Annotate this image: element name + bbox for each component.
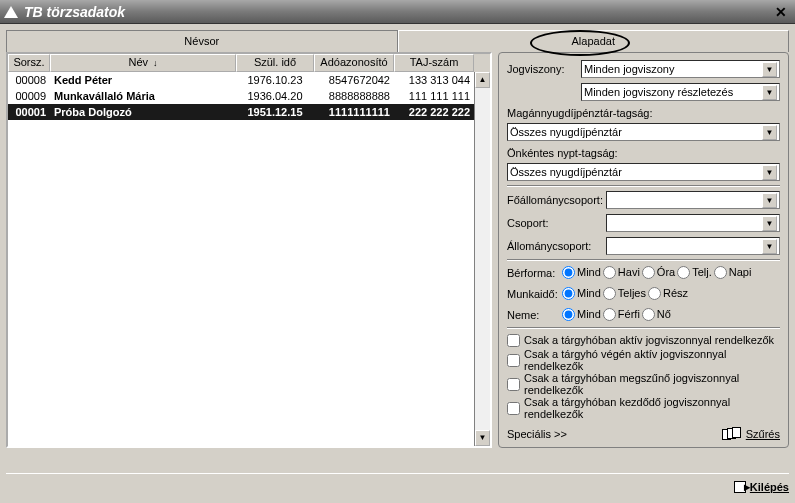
berforma-option-havi[interactable]: Havi [603, 266, 640, 279]
allomany-combo[interactable]: ▼ [606, 237, 780, 255]
berforma-option-napi[interactable]: Napi [714, 266, 752, 279]
scroll-down-icon[interactable]: ▼ [475, 430, 490, 446]
cell-taj: 222 222 222 [394, 106, 474, 118]
cell-nev: Kedd Péter [50, 74, 236, 86]
filter-check-1[interactable]: Csak a tárgyhó végén aktív jogviszonnyal… [507, 348, 780, 372]
scroll-up-icon[interactable]: ▲ [475, 72, 490, 88]
neme-option-nő[interactable]: Nő [642, 308, 671, 321]
tab-alapadat[interactable]: Alapadat [398, 30, 790, 52]
exit-icon [734, 481, 746, 493]
table-header: Sorsz. Név ↓ Szül. idő Adóazonosító TAJ-… [8, 54, 490, 72]
cell-ado: 8547672042 [314, 74, 394, 86]
window-title: TB törzsadatok [24, 4, 125, 20]
onkentes-combo[interactable]: Összes nyugdíjpénztár ▼ [507, 163, 780, 181]
cell-sorsz: 00008 [8, 74, 50, 86]
chevron-down-icon[interactable]: ▼ [762, 193, 777, 208]
chevron-down-icon[interactable]: ▼ [762, 216, 777, 231]
szures-button[interactable]: Szűrés [722, 427, 780, 441]
cell-nev: Próba Dolgozó [50, 106, 236, 118]
filter-check-2[interactable]: Csak a tárgyhóban megszűnő jogviszonnyal… [507, 372, 780, 396]
col-nev[interactable]: Név ↓ [50, 54, 236, 72]
filter-icon [722, 427, 742, 441]
csoport-combo[interactable]: ▼ [606, 214, 780, 232]
table-row[interactable]: 00001Próba Dolgozó1951.12.15111111111122… [8, 104, 474, 120]
berforma-option-telj.[interactable]: Telj. [677, 266, 712, 279]
csoport-label: Csoport: [507, 217, 602, 229]
title-bar: TB törzsadatok ✕ [0, 0, 795, 24]
chevron-down-icon[interactable]: ▼ [762, 85, 777, 100]
col-sorsz[interactable]: Sorsz. [8, 54, 50, 72]
neme-option-férfi[interactable]: Férfi [603, 308, 640, 321]
sort-arrow-icon: ↓ [153, 58, 158, 68]
filter-panel: Jogviszony: Minden jogviszony ▼ Minden j… [498, 52, 789, 448]
munkaido-option-teljes[interactable]: Teljes [603, 287, 646, 300]
cell-szul: 1951.12.15 [236, 106, 314, 118]
munkaido-option-rész[interactable]: Rész [648, 287, 688, 300]
allomany-label: Állománycsoport: [507, 240, 602, 252]
specialis-link[interactable]: Speciális >> [507, 428, 722, 440]
close-icon[interactable]: ✕ [775, 4, 787, 20]
chevron-down-icon[interactable]: ▼ [762, 125, 777, 140]
magan-label: Magánnyugdíjpénztár-tagság: [507, 105, 780, 119]
foallomany-label: Főállománycsoport: [507, 194, 602, 206]
cell-nev: Munkavállaló Mária [50, 90, 236, 102]
app-icon [4, 6, 18, 18]
chevron-down-icon[interactable]: ▼ [762, 62, 777, 77]
cell-sorsz: 00001 [8, 106, 50, 118]
footer: Kilépés [6, 473, 789, 495]
vertical-scrollbar[interactable]: ▲ ▼ [474, 72, 490, 446]
onkentes-label: Önkéntes nypt-tagság: [507, 145, 780, 159]
kilepes-button[interactable]: Kilépés [734, 481, 789, 493]
magan-combo[interactable]: Összes nyugdíjpénztár ▼ [507, 123, 780, 141]
berforma-label: Bérforma: [507, 267, 559, 279]
neme-label: Neme: [507, 309, 559, 321]
foallomany-combo[interactable]: ▼ [606, 191, 780, 209]
cell-taj: 133 313 044 [394, 74, 474, 86]
jogviszony-combo[interactable]: Minden jogviszony ▼ [581, 60, 780, 78]
cell-szul: 1976.10.23 [236, 74, 314, 86]
filter-check-label: Csak a tárgyhó végén aktív jogviszonnyal… [524, 348, 780, 372]
col-nev-label: Név [128, 56, 148, 68]
col-szulido[interactable]: Szül. idő [236, 54, 314, 72]
filter-check-3[interactable]: Csak a tárgyhóban kezdődő jogviszonnyal … [507, 396, 780, 420]
cell-taj: 111 111 111 [394, 90, 474, 102]
cell-szul: 1936.04.20 [236, 90, 314, 102]
filter-check-label: Csak a tárgyhóban kezdődő jogviszonnyal … [524, 396, 780, 420]
munkaido-label: Munkaidő: [507, 288, 559, 300]
table-row[interactable]: 00008Kedd Péter1976.10.238547672042133 3… [8, 72, 474, 88]
cell-sorsz: 00009 [8, 90, 50, 102]
jogviszony-label: Jogviszony: [507, 63, 577, 75]
jogviszony-detail-combo[interactable]: Minden jogviszony részletezés ▼ [581, 83, 780, 101]
cell-ado: 1111111111 [314, 106, 394, 118]
munkaido-option-mind[interactable]: Mind [562, 287, 601, 300]
filter-check-label: Csak a tárgyhóban megszűnő jogviszonnyal… [524, 372, 780, 396]
berforma-option-óra[interactable]: Óra [642, 266, 675, 279]
filter-check-0[interactable]: Csak a tárgyhóban aktív jogviszonnyal re… [507, 332, 780, 348]
filter-check-label: Csak a tárgyhóban aktív jogviszonnyal re… [524, 334, 774, 346]
neme-option-mind[interactable]: Mind [562, 308, 601, 321]
berforma-option-mind[interactable]: Mind [562, 266, 601, 279]
table-row[interactable]: 00009Munkavállaló Mária1936.04.208888888… [8, 88, 474, 104]
tab-nevsor[interactable]: Névsor [6, 30, 398, 52]
col-adoazonosito[interactable]: Adóazonosító [314, 54, 394, 72]
chevron-down-icon[interactable]: ▼ [762, 165, 777, 180]
cell-ado: 8888888888 [314, 90, 394, 102]
chevron-down-icon[interactable]: ▼ [762, 239, 777, 254]
employee-table: Sorsz. Név ↓ Szül. idő Adóazonosító TAJ-… [6, 52, 492, 448]
col-tajszam[interactable]: TAJ-szám [394, 54, 474, 72]
